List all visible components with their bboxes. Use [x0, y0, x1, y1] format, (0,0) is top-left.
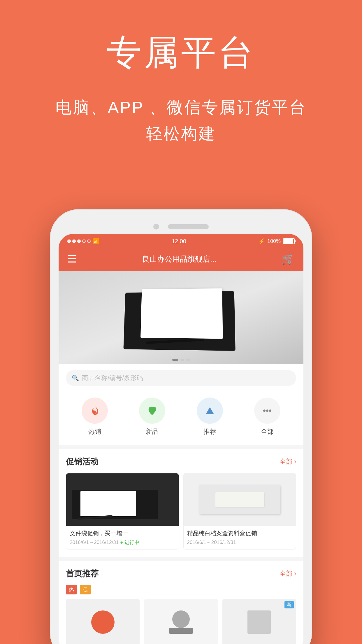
- promo-section: 促销活动 全部 ›: [59, 449, 303, 557]
- search-bar[interactable]: 🔍 商品名称/编号/条形码: [66, 370, 296, 386]
- phone-outer-shell: 📶 12:00 ⚡ 100% ☰ 良山办公用品旗舰店...: [50, 209, 312, 644]
- triangle-icon: [204, 405, 216, 416]
- battery-fill: [284, 239, 293, 244]
- svg-point-3: [266, 410, 268, 412]
- tag-hot: 热: [66, 585, 77, 594]
- promo-image-2: [184, 473, 296, 526]
- new-label: 新品: [146, 427, 159, 436]
- recommend-section: 首页推荐 全部 › 热 促: [59, 561, 303, 644]
- svg-point-4: [269, 410, 271, 412]
- banner-image: [59, 271, 303, 364]
- promo-title-2: 精品纯白档案盒资料盒促销: [187, 529, 293, 537]
- promo-section-header: 促销活动 全部 ›: [66, 456, 296, 467]
- promo-date-2: 2016/6/1～2016/12/31: [187, 539, 293, 546]
- header-section: 专属平台 电脑、APP 、微信专属订货平台 轻松构建: [0, 0, 362, 164]
- subtitle-line1: 电脑、APP 、微信专属订货平台: [0, 94, 362, 120]
- phone-top-bar: [59, 218, 303, 234]
- section-divider-2: [59, 557, 303, 561]
- signal-dot-5: [87, 239, 91, 243]
- promo-info-1: 文件袋促销，买一增一 2016/6/1～2016/12/31 ● 进行中: [66, 526, 179, 549]
- promo-title-1: 文件袋促销，买一增一: [70, 529, 175, 537]
- section-divider-1: [59, 445, 303, 449]
- banner-dot-2: [180, 359, 184, 361]
- status-left: 📶: [67, 238, 99, 244]
- tag-promo: 促: [80, 585, 91, 594]
- categories-row: 热销 新品: [59, 392, 303, 445]
- rec-label: 推荐: [203, 427, 216, 436]
- promo-status-1: ● 进行中: [120, 540, 139, 545]
- new-icon-circle: [139, 398, 165, 424]
- promo-card-2[interactable]: 精品纯白档案盒资料盒促销 2016/6/1～2016/12/31: [183, 473, 296, 550]
- bottom-products: 新: [66, 599, 296, 644]
- menu-icon[interactable]: ☰: [67, 253, 77, 265]
- category-new[interactable]: 新品: [139, 398, 165, 436]
- promo-image-1: [66, 473, 179, 526]
- signal-dots: [67, 239, 91, 243]
- hot-label: 热销: [88, 427, 101, 436]
- recommend-header: 首页推荐 全部 ›: [66, 568, 296, 579]
- all-icon-circle: [254, 398, 280, 424]
- subtitle: 电脑、APP 、微信专属订货平台 轻松构建: [0, 94, 362, 146]
- flame-icon: [89, 405, 101, 416]
- status-right: ⚡ 100%: [259, 238, 295, 244]
- app-nav-bar: ☰ 良山办公用品旗舰店... 🛒: [59, 249, 303, 271]
- product-thumb-1[interactable]: [66, 599, 140, 644]
- signal-dot-1: [67, 239, 71, 243]
- banner-area[interactable]: [59, 271, 303, 364]
- promo-grid: 文件袋促销，买一增一 2016/6/1～2016/12/31 ● 进行中: [66, 473, 296, 550]
- dots-icon: [261, 405, 273, 416]
- signal-dot-3: [77, 239, 81, 243]
- phone-speaker: [168, 224, 209, 229]
- category-recommend[interactable]: 推荐: [197, 398, 223, 436]
- hot-icon-circle: [82, 398, 108, 424]
- promo-info-2: 精品纯白档案盒资料盒促销 2016/6/1～2016/12/31: [184, 526, 296, 549]
- svg-point-2: [263, 410, 266, 412]
- category-all[interactable]: 全部: [254, 398, 280, 436]
- signal-dot-4: [82, 239, 86, 243]
- page-background: 专属平台 电脑、APP 、微信专属订货平台 轻松构建: [0, 0, 362, 644]
- search-placeholder: 商品名称/编号/条形码: [82, 374, 143, 382]
- main-title: 专属平台: [0, 29, 362, 77]
- product-tags: 热 促: [66, 585, 296, 594]
- svg-marker-1: [206, 407, 214, 414]
- category-hot[interactable]: 热销: [82, 398, 108, 436]
- leaf-icon: [146, 405, 158, 416]
- tag-new-product: 新: [284, 601, 294, 608]
- banner-dot-1: [172, 359, 178, 361]
- status-time: 12:00: [172, 238, 186, 245]
- banner-indicator: [59, 359, 303, 361]
- promo-section-title: 促销活动: [66, 456, 99, 467]
- store-title: 良山办公用品旗舰店...: [142, 254, 217, 264]
- status-bar: 📶 12:00 ⚡ 100%: [59, 234, 303, 249]
- search-icon: 🔍: [72, 374, 79, 382]
- product-thumb-2[interactable]: [144, 599, 218, 644]
- rec-icon-circle: [197, 398, 223, 424]
- banner-dot-3: [186, 359, 190, 361]
- promo-card-1[interactable]: 文件袋促销，买一增一 2016/6/1～2016/12/31 ● 进行中: [66, 473, 179, 550]
- phone-mockup: 📶 12:00 ⚡ 100% ☰ 良山办公用品旗舰店...: [50, 209, 312, 644]
- all-label: 全部: [261, 427, 274, 436]
- lightning-icon: ⚡: [259, 238, 265, 244]
- subtitle-line2: 轻松构建: [0, 120, 362, 147]
- cart-icon[interactable]: 🛒: [282, 253, 295, 265]
- product-thumb-3[interactable]: 新: [222, 599, 296, 644]
- recommend-title: 首页推荐: [66, 568, 99, 579]
- promo-more-button[interactable]: 全部 ›: [280, 457, 296, 466]
- phone-screen: 📶 12:00 ⚡ 100% ☰ 良山办公用品旗舰店...: [59, 234, 303, 644]
- battery-text: 100%: [267, 238, 281, 244]
- signal-dot-2: [72, 239, 76, 243]
- search-area: 🔍 商品名称/编号/条形码: [59, 364, 303, 392]
- wifi-icon: 📶: [93, 238, 99, 244]
- battery-icon: [283, 238, 295, 244]
- phone-camera: [153, 224, 159, 230]
- recommend-more-button[interactable]: 全部 ›: [280, 569, 296, 578]
- promo-date-1: 2016/6/1～2016/12/31 ● 进行中: [70, 539, 175, 546]
